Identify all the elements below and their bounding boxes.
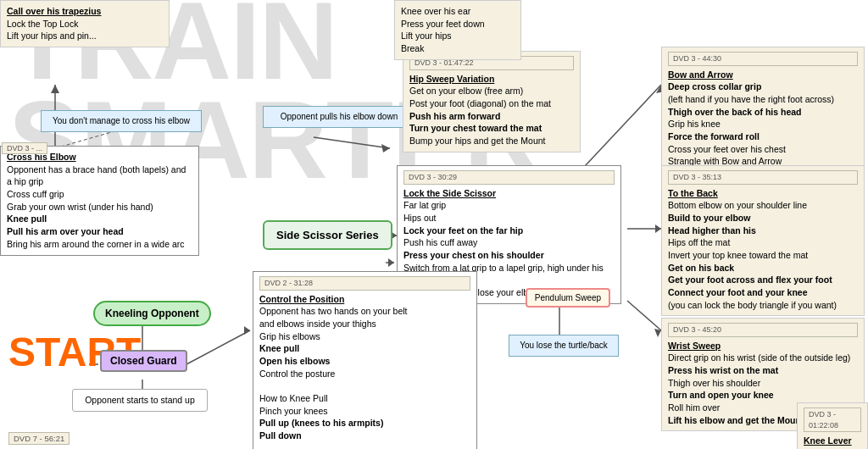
trapezius-title: Call over his trapezius bbox=[7, 5, 163, 18]
side-scissor-series-box: Side Scissor Series bbox=[263, 220, 392, 250]
knee-lever-title: Knee Lever bbox=[804, 435, 861, 447]
wrist-sweep-dvd: DVD 3 - 45:20 bbox=[668, 323, 858, 337]
trapezius-box: Call over his trapezius Lock the Top Loc… bbox=[0, 0, 170, 47]
svg-marker-21 bbox=[51, 85, 59, 93]
pendulum-sweep-label: Pendulum Sweep bbox=[526, 288, 610, 308]
svg-line-14 bbox=[627, 301, 661, 330]
side-scissor-series-label: Side Scissor Series bbox=[263, 220, 392, 250]
dvd-bottom-left: DVD 7 - 56:21 bbox=[8, 432, 70, 445]
svg-line-1 bbox=[186, 330, 250, 364]
to-the-back-lines: Bottom elbow on your shoulder line Build… bbox=[668, 199, 858, 311]
control-position-dvd: DVD 2 - 31:28 bbox=[259, 276, 470, 291]
opponent-stands-text: Opponent starts to stand up bbox=[85, 395, 195, 405]
you-dont-cross-text: You don't manage to cross his elbow bbox=[53, 116, 190, 125]
bow-arrow-box: DVD 3 - 44:30 Bow and Arrow Deep cross c… bbox=[661, 47, 865, 173]
hip-sweep-title: Hip Sweep Variation bbox=[409, 73, 574, 86]
svg-marker-10 bbox=[655, 224, 661, 233]
svg-marker-2 bbox=[244, 326, 250, 335]
wrist-sweep-title: Wrist Sweep bbox=[668, 340, 858, 352]
lock-side-scissor-dvd: DVD 3 - 30:29 bbox=[403, 170, 615, 185]
opponent-pulls-elbow-box: Opponent pulls his elbow down bbox=[263, 106, 415, 128]
svg-line-7 bbox=[314, 137, 390, 148]
bow-arrow-lines: Deep cross collar grip (left hand if you… bbox=[668, 80, 858, 168]
pendulum-sweep-box: Pendulum Sweep bbox=[526, 288, 610, 308]
control-position-box: DVD 2 - 31:28 Control the Position Oppon… bbox=[253, 271, 477, 449]
closed-guard-box[interactable]: Closed Guard bbox=[100, 350, 187, 372]
to-the-back-title: To the Back bbox=[668, 187, 858, 200]
closed-guard-label[interactable]: Closed Guard bbox=[100, 350, 187, 372]
you-lose-turtle-box: You lose the turtle/back bbox=[509, 335, 619, 357]
hip-sweep-lines: Get on your elbow (free arm) Post your f… bbox=[409, 85, 574, 147]
bow-arrow-dvd: DVD 3 - 44:30 bbox=[668, 52, 858, 66]
hip-sweep-box: DVD 3 - 01:47:22 Hip Sweep Variation Get… bbox=[403, 51, 581, 152]
opponent-pulls-elbow-text: Opponent pulls his elbow down bbox=[281, 112, 398, 121]
to-the-back-box: DVD 3 - 35:13 To the Back Bottom elbow o… bbox=[661, 165, 865, 316]
kneeling-opponent-box: Kneeling Opponent bbox=[93, 301, 211, 326]
knee-lever-dvd: DVD 3 - 01:22:08 bbox=[804, 407, 861, 432]
control-position-title: Control the Position bbox=[259, 293, 470, 306]
lock-side-scissor-title: Lock the Side Scissor bbox=[403, 187, 615, 200]
dvd-cross-elbow: DVD 3 - ... bbox=[2, 142, 47, 154]
svg-marker-15 bbox=[654, 329, 661, 337]
top-center-box: Knee over his earPress your feet downLif… bbox=[394, 0, 521, 60]
opponent-stands-box: Opponent starts to stand up bbox=[72, 389, 208, 412]
trapezius-lines: Lock the Top LockLift your hips and pin.… bbox=[7, 18, 163, 42]
to-the-back-dvd: DVD 3 - 35:13 bbox=[668, 170, 858, 185]
you-lose-turtle-text: You lose the turtle/back bbox=[520, 341, 608, 350]
cross-elbow-lines: Opponent has a brace hand (both lapels) … bbox=[7, 164, 192, 251]
svg-marker-8 bbox=[381, 144, 390, 152]
top-center-lines: Knee over his earPress your feet downLif… bbox=[401, 5, 515, 55]
kneeling-opponent-label: Kneeling Opponent bbox=[93, 301, 211, 326]
svg-marker-17 bbox=[388, 258, 394, 267]
cross-elbow-box: Cross his Elbow Opponent has a brace han… bbox=[0, 146, 199, 256]
control-position-lines: Opponent has two hands on your belt and … bbox=[259, 305, 470, 449]
you-dont-cross-box: You don't manage to cross his elbow bbox=[41, 110, 202, 132]
bow-arrow-title: Bow and Arrow bbox=[668, 69, 858, 81]
knee-lever-box: DVD 3 - 01:22:08 Knee Lever Shuffle your… bbox=[797, 402, 868, 449]
